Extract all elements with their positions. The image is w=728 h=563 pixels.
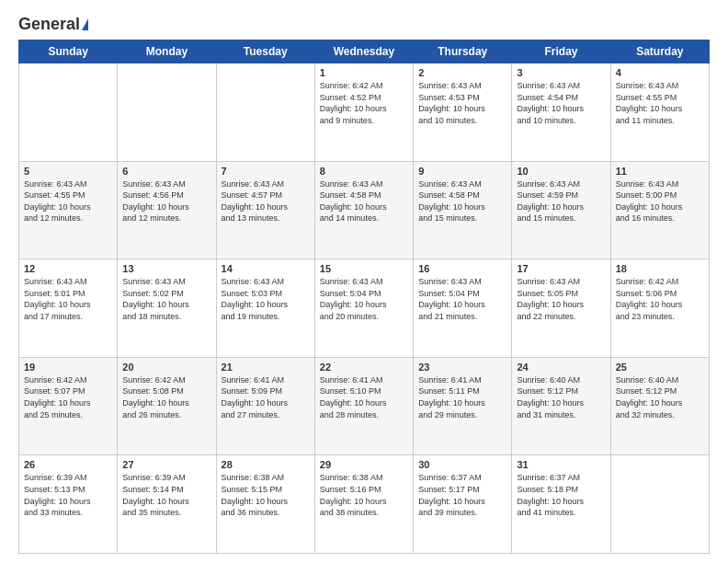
- day-info: Sunrise: 6:43 AM Sunset: 4:55 PM Dayligh…: [616, 80, 704, 126]
- week-row-3: 19Sunrise: 6:42 AM Sunset: 5:07 PM Dayli…: [19, 357, 710, 455]
- day-cell: 7Sunrise: 6:43 AM Sunset: 4:57 PM Daylig…: [216, 161, 314, 259]
- day-number: 4: [616, 67, 704, 78]
- day-cell: 18Sunrise: 6:42 AM Sunset: 5:06 PM Dayli…: [610, 259, 709, 358]
- day-info: Sunrise: 6:41 AM Sunset: 5:11 PM Dayligh…: [418, 374, 506, 420]
- day-info: Sunrise: 6:43 AM Sunset: 4:56 PM Dayligh…: [122, 178, 210, 224]
- day-info: Sunrise: 6:43 AM Sunset: 4:58 PM Dayligh…: [418, 178, 506, 224]
- day-number: 10: [517, 166, 605, 177]
- day-number: 9: [418, 166, 506, 177]
- day-cell: 21Sunrise: 6:41 AM Sunset: 5:09 PM Dayli…: [216, 357, 314, 455]
- day-info: Sunrise: 6:43 AM Sunset: 4:57 PM Dayligh…: [222, 178, 310, 224]
- day-number: 1: [320, 67, 408, 78]
- day-number: 12: [24, 263, 112, 274]
- day-cell: 31Sunrise: 6:37 AM Sunset: 5:18 PM Dayli…: [512, 455, 610, 554]
- day-number: 29: [320, 459, 408, 470]
- calendar-table: Sunday Monday Tuesday Wednesday Thursday…: [18, 40, 710, 554]
- day-info: Sunrise: 6:43 AM Sunset: 4:53 PM Dayligh…: [418, 80, 506, 126]
- logo-arrow-icon: [82, 18, 88, 30]
- day-cell: 20Sunrise: 6:42 AM Sunset: 5:08 PM Dayli…: [118, 357, 216, 455]
- day-cell: 2Sunrise: 6:43 AM Sunset: 4:53 PM Daylig…: [414, 63, 512, 162]
- day-number: 25: [616, 362, 704, 373]
- day-cell: 14Sunrise: 6:43 AM Sunset: 5:03 PM Dayli…: [216, 259, 314, 358]
- day-number: 11: [616, 166, 704, 177]
- day-number: 23: [418, 362, 506, 373]
- day-info: Sunrise: 6:37 AM Sunset: 5:18 PM Dayligh…: [517, 472, 605, 518]
- week-row-4: 26Sunrise: 6:39 AM Sunset: 5:13 PM Dayli…: [19, 455, 710, 554]
- day-cell: 10Sunrise: 6:43 AM Sunset: 4:59 PM Dayli…: [512, 161, 610, 259]
- day-info: Sunrise: 6:42 AM Sunset: 4:52 PM Dayligh…: [320, 80, 408, 126]
- day-cell: 12Sunrise: 6:43 AM Sunset: 5:01 PM Dayli…: [19, 259, 118, 358]
- day-cell: 28Sunrise: 6:38 AM Sunset: 5:15 PM Dayli…: [216, 455, 314, 554]
- day-info: Sunrise: 6:39 AM Sunset: 5:14 PM Dayligh…: [122, 472, 210, 518]
- calendar-page: General Sunday Monday Tuesday Wednesday …: [0, 0, 728, 563]
- day-cell: 8Sunrise: 6:43 AM Sunset: 4:58 PM Daylig…: [314, 161, 413, 259]
- day-cell: 27Sunrise: 6:39 AM Sunset: 5:14 PM Dayli…: [118, 455, 216, 554]
- day-cell: [610, 455, 709, 554]
- day-info: Sunrise: 6:41 AM Sunset: 5:09 PM Dayligh…: [222, 374, 310, 420]
- days-header-row: Sunday Monday Tuesday Wednesday Thursday…: [19, 40, 710, 63]
- day-info: Sunrise: 6:43 AM Sunset: 5:02 PM Dayligh…: [122, 276, 210, 322]
- day-number: 20: [122, 362, 210, 373]
- day-number: 18: [616, 263, 704, 274]
- week-row-1: 5Sunrise: 6:43 AM Sunset: 4:55 PM Daylig…: [19, 161, 710, 259]
- day-info: Sunrise: 6:43 AM Sunset: 5:01 PM Dayligh…: [24, 276, 112, 322]
- day-info: Sunrise: 6:39 AM Sunset: 5:13 PM Dayligh…: [24, 472, 112, 518]
- day-cell: [216, 63, 314, 162]
- day-cell: 23Sunrise: 6:41 AM Sunset: 5:11 PM Dayli…: [414, 357, 512, 455]
- day-info: Sunrise: 6:43 AM Sunset: 5:04 PM Dayligh…: [320, 276, 408, 322]
- day-cell: 3Sunrise: 6:43 AM Sunset: 4:54 PM Daylig…: [512, 63, 610, 162]
- day-cell: 17Sunrise: 6:43 AM Sunset: 5:05 PM Dayli…: [512, 259, 610, 358]
- day-cell: 26Sunrise: 6:39 AM Sunset: 5:13 PM Dayli…: [19, 455, 118, 554]
- day-cell: 24Sunrise: 6:40 AM Sunset: 5:12 PM Dayli…: [512, 357, 610, 455]
- day-number: 27: [122, 459, 210, 470]
- day-cell: 11Sunrise: 6:43 AM Sunset: 5:00 PM Dayli…: [610, 161, 709, 259]
- day-number: 6: [122, 166, 210, 177]
- day-cell: 5Sunrise: 6:43 AM Sunset: 4:55 PM Daylig…: [19, 161, 118, 259]
- day-info: Sunrise: 6:43 AM Sunset: 4:55 PM Dayligh…: [24, 178, 112, 224]
- day-info: Sunrise: 6:38 AM Sunset: 5:15 PM Dayligh…: [222, 472, 310, 518]
- day-number: 3: [517, 67, 605, 78]
- week-row-0: 1Sunrise: 6:42 AM Sunset: 4:52 PM Daylig…: [19, 63, 710, 162]
- day-number: 28: [222, 459, 310, 470]
- day-number: 13: [122, 263, 210, 274]
- day-cell: [19, 63, 118, 162]
- day-info: Sunrise: 6:43 AM Sunset: 5:05 PM Dayligh…: [517, 276, 605, 322]
- header-monday: Monday: [118, 40, 216, 63]
- day-cell: 16Sunrise: 6:43 AM Sunset: 5:04 PM Dayli…: [414, 259, 512, 358]
- day-info: Sunrise: 6:43 AM Sunset: 4:54 PM Dayligh…: [517, 80, 605, 126]
- day-cell: 13Sunrise: 6:43 AM Sunset: 5:02 PM Dayli…: [118, 259, 216, 358]
- day-info: Sunrise: 6:42 AM Sunset: 5:07 PM Dayligh…: [24, 374, 112, 420]
- header-sunday: Sunday: [19, 40, 118, 63]
- day-cell: 4Sunrise: 6:43 AM Sunset: 4:55 PM Daylig…: [610, 63, 709, 162]
- day-info: Sunrise: 6:43 AM Sunset: 4:59 PM Dayligh…: [517, 178, 605, 224]
- day-cell: 29Sunrise: 6:38 AM Sunset: 5:16 PM Dayli…: [314, 455, 413, 554]
- day-number: 26: [24, 459, 112, 470]
- day-number: 2: [418, 67, 506, 78]
- day-number: 31: [517, 459, 605, 470]
- day-info: Sunrise: 6:42 AM Sunset: 5:08 PM Dayligh…: [122, 374, 210, 420]
- header-tuesday: Tuesday: [216, 40, 314, 63]
- day-info: Sunrise: 6:43 AM Sunset: 4:58 PM Dayligh…: [320, 178, 408, 224]
- day-info: Sunrise: 6:42 AM Sunset: 5:06 PM Dayligh…: [616, 276, 704, 322]
- day-cell: 9Sunrise: 6:43 AM Sunset: 4:58 PM Daylig…: [414, 161, 512, 259]
- day-number: 14: [222, 263, 310, 274]
- day-cell: 25Sunrise: 6:40 AM Sunset: 5:12 PM Dayli…: [610, 357, 709, 455]
- day-cell: 1Sunrise: 6:42 AM Sunset: 4:52 PM Daylig…: [314, 63, 413, 162]
- day-number: 24: [517, 362, 605, 373]
- day-number: 22: [320, 362, 408, 373]
- day-info: Sunrise: 6:43 AM Sunset: 5:03 PM Dayligh…: [222, 276, 310, 322]
- day-number: 8: [320, 166, 408, 177]
- day-info: Sunrise: 6:38 AM Sunset: 5:16 PM Dayligh…: [320, 472, 408, 518]
- logo-general: General: [18, 15, 80, 34]
- day-cell: 22Sunrise: 6:41 AM Sunset: 5:10 PM Dayli…: [314, 357, 413, 455]
- day-number: 17: [517, 263, 605, 274]
- day-number: 5: [24, 166, 112, 177]
- day-cell: [118, 63, 216, 162]
- header-wednesday: Wednesday: [314, 40, 413, 63]
- day-number: 19: [24, 362, 112, 373]
- day-number: 30: [418, 459, 506, 470]
- day-cell: 15Sunrise: 6:43 AM Sunset: 5:04 PM Dayli…: [314, 259, 413, 358]
- logo-text: General: [18, 15, 90, 34]
- day-cell: 19Sunrise: 6:42 AM Sunset: 5:07 PM Dayli…: [19, 357, 118, 455]
- header-saturday: Saturday: [610, 40, 709, 63]
